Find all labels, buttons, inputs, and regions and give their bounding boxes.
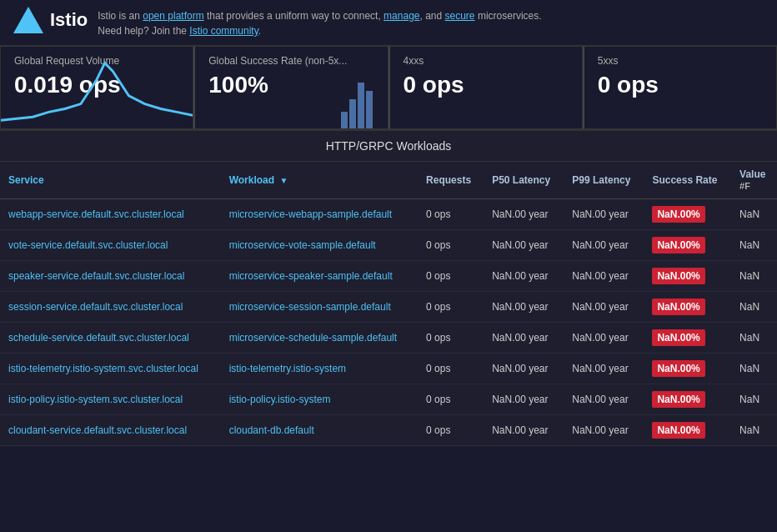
success-badge: NaN.00%	[652, 206, 704, 223]
logo-text: Istio	[50, 9, 88, 31]
metric-label-success-rate: Global Success Rate (non-5x...	[208, 55, 373, 67]
table-cell-value: NaN	[731, 199, 777, 230]
community-link[interactable]: Istio community	[189, 25, 258, 37]
metric-card-request-volume: Global Request Volume 0.019 ops	[0, 46, 193, 129]
table-cell-workload: cloudant-db.default	[221, 415, 418, 446]
workload-link[interactable]: microservice-speaker-sample.default	[229, 270, 393, 282]
table-cell-success: NaN.00%	[644, 323, 731, 354]
table-cell-workload: istio-telemetry.istio-system	[221, 354, 418, 384]
col-header-value-hash: #F	[739, 181, 750, 191]
table-cell-value: NaN	[731, 292, 777, 323]
table-cell-requests: 0 ops	[418, 199, 484, 230]
success-badge: NaN.00%	[652, 360, 704, 377]
table-row: istio-policy.istio-system.svc.cluster.lo…	[0, 384, 777, 415]
manage-link[interactable]: manage	[383, 10, 419, 22]
table-cell-workload: istio-policy.istio-system	[221, 384, 418, 415]
metric-card-4xxs: 4xxs 0 ops	[388, 46, 583, 129]
service-link[interactable]: vote-service.default.svc.cluster.local	[8, 239, 168, 251]
table-header-row: Service Workload ▼ Requests P50 Latency …	[0, 162, 777, 199]
service-link[interactable]: webapp-service.default.svc.cluster.local	[8, 208, 184, 220]
service-link[interactable]: speaker-service.default.svc.cluster.loca…	[8, 270, 184, 282]
success-badge: NaN.00%	[652, 422, 704, 439]
workloads-table: Service Workload ▼ Requests P50 Latency …	[0, 162, 777, 446]
table-cell-p99: NaN.00 year	[564, 261, 644, 292]
table-cell-service: istio-policy.istio-system.svc.cluster.lo…	[0, 384, 221, 415]
table-cell-p99: NaN.00 year	[564, 415, 644, 446]
table-cell-service: cloudant-service.default.svc.cluster.loc…	[0, 415, 221, 446]
workload-link[interactable]: microservice-vote-sample.default	[229, 239, 376, 251]
table-row: istio-telemetry.istio-system.svc.cluster…	[0, 354, 777, 384]
success-badge: NaN.00%	[652, 329, 704, 346]
table-cell-value: NaN	[731, 384, 777, 415]
service-link[interactable]: istio-telemetry.istio-system.svc.cluster…	[8, 363, 198, 374]
metrics-row: Global Request Volume 0.019 ops Global S…	[0, 46, 777, 131]
service-link[interactable]: session-service.default.svc.cluster.loca…	[8, 301, 183, 313]
col-header-service: Service	[0, 162, 221, 199]
col-header-requests: Requests	[418, 162, 484, 199]
logo-icon	[13, 7, 43, 33]
table-cell-requests: 0 ops	[418, 323, 484, 354]
open-platform-link[interactable]: open platform	[143, 10, 203, 22]
table-cell-p50: NaN.00 year	[484, 261, 564, 292]
table-cell-success: NaN.00%	[644, 199, 731, 230]
workload-link[interactable]: microservice-session-sample.default	[229, 301, 391, 313]
table-row: session-service.default.svc.cluster.loca…	[0, 292, 777, 323]
table-cell-success: NaN.00%	[644, 261, 731, 292]
table-cell-value: NaN	[731, 323, 777, 354]
table-cell-service: vote-service.default.svc.cluster.local	[0, 230, 221, 261]
service-link[interactable]: cloudant-service.default.svc.cluster.loc…	[8, 424, 187, 436]
table-cell-p50: NaN.00 year	[484, 384, 564, 415]
table-section: HTTP/GRPC Workloads Service Workload ▼ R…	[0, 131, 777, 446]
table-cell-service: schedule-service.default.svc.cluster.loc…	[0, 323, 221, 354]
table-row: webapp-service.default.svc.cluster.local…	[0, 199, 777, 230]
sparkline-request-volume	[1, 47, 193, 128]
table-row: vote-service.default.svc.cluster.localmi…	[0, 230, 777, 261]
workload-link[interactable]: microservice-webapp-sample.default	[229, 208, 392, 220]
header-description: Istio is an open platform that provides …	[98, 7, 541, 38]
table-cell-requests: 0 ops	[418, 230, 484, 261]
table-cell-value: NaN	[731, 354, 777, 384]
table-cell-p50: NaN.00 year	[484, 292, 564, 323]
metric-card-5xxs: 5xxs 0 ops	[583, 46, 777, 129]
table-cell-workload: microservice-schedule-sample.default	[221, 323, 418, 354]
metric-value-5xxs: 0 ops	[598, 72, 763, 98]
col-header-workload[interactable]: Workload ▼	[221, 162, 418, 199]
workload-link[interactable]: istio-telemetry.istio-system	[229, 363, 346, 374]
col-header-value: Value#F	[731, 162, 777, 199]
logo: Istio	[13, 7, 88, 33]
table-cell-success: NaN.00%	[644, 415, 731, 446]
table-cell-p50: NaN.00 year	[484, 199, 564, 230]
table-cell-success: NaN.00%	[644, 230, 731, 261]
bar-2	[349, 99, 356, 128]
bar-1	[341, 112, 348, 128]
table-cell-value: NaN	[731, 230, 777, 261]
table-cell-p99: NaN.00 year	[564, 323, 644, 354]
success-badge: NaN.00%	[652, 391, 704, 408]
table-row: cloudant-service.default.svc.cluster.loc…	[0, 415, 777, 446]
metric-card-success-rate: Global Success Rate (non-5x... 100%	[193, 46, 388, 129]
table-cell-requests: 0 ops	[418, 261, 484, 292]
table-cell-workload: microservice-speaker-sample.default	[221, 261, 418, 292]
table-cell-requests: 0 ops	[418, 415, 484, 446]
col-header-p99: P99 Latency	[564, 162, 644, 199]
table-cell-service: webapp-service.default.svc.cluster.local	[0, 199, 221, 230]
table-cell-workload: microservice-vote-sample.default	[221, 230, 418, 261]
table-row: schedule-service.default.svc.cluster.loc…	[0, 323, 777, 354]
col-header-success: Success Rate	[644, 162, 731, 199]
table-cell-p50: NaN.00 year	[484, 230, 564, 261]
sort-icon-workload: ▼	[279, 176, 288, 185]
table-cell-p99: NaN.00 year	[564, 230, 644, 261]
table-cell-value: NaN	[731, 261, 777, 292]
secure-link[interactable]: secure	[445, 10, 475, 22]
success-badge: NaN.00%	[652, 299, 704, 315]
service-link[interactable]: istio-policy.istio-system.svc.cluster.lo…	[8, 394, 183, 405]
table-cell-p99: NaN.00 year	[564, 384, 644, 415]
table-cell-requests: 0 ops	[418, 354, 484, 384]
service-link[interactable]: schedule-service.default.svc.cluster.loc…	[8, 332, 189, 344]
workload-link[interactable]: microservice-schedule-sample.default	[229, 332, 397, 344]
table-cell-value: NaN	[731, 415, 777, 446]
workload-link[interactable]: istio-policy.istio-system	[229, 394, 331, 405]
workload-link[interactable]: cloudant-db.default	[229, 424, 314, 436]
table-cell-p50: NaN.00 year	[484, 354, 564, 384]
table-cell-service: speaker-service.default.svc.cluster.loca…	[0, 261, 221, 292]
